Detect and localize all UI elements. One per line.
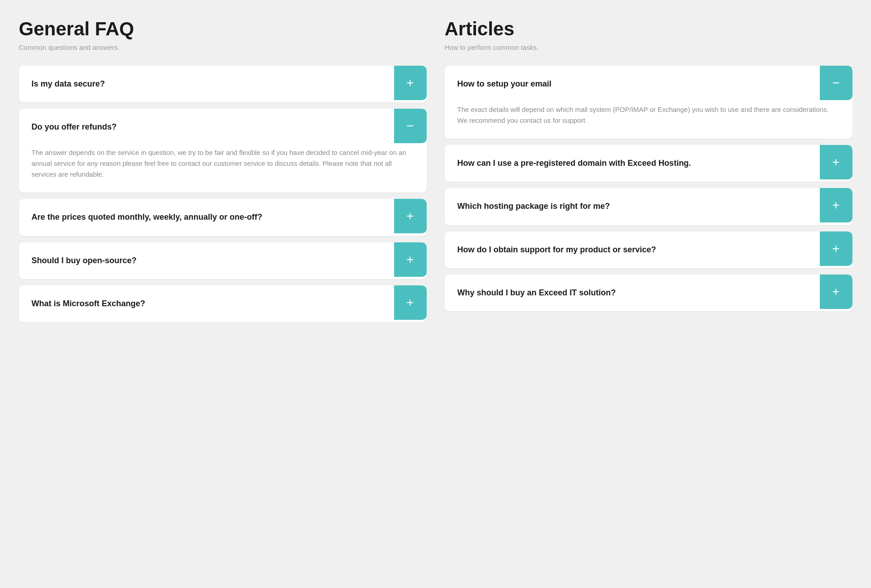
faq-toggle-setup-email[interactable]: − (820, 66, 852, 100)
faq-item-setup-email: How to setup your email−The exact detail… (445, 66, 852, 139)
faq-item-data-secure: Is my data secure?+ (19, 66, 427, 102)
faq-toggle-pre-registered-domain[interactable]: + (820, 145, 852, 179)
plus-icon: + (832, 242, 839, 255)
faq-item-obtain-support: How do I obtain support for my product o… (445, 231, 852, 268)
faq-toggle-exceed-it[interactable]: + (820, 275, 852, 309)
faq-item-prices: Are the prices quoted monthly, weekly, a… (19, 199, 427, 236)
minus-icon: − (406, 120, 414, 132)
faq-question-hosting-package: Which hosting package is right for me? (445, 188, 820, 225)
plus-icon: + (406, 77, 414, 89)
plus-icon: + (832, 156, 839, 169)
faq-header-hosting-package: Which hosting package is right for me?+ (445, 188, 852, 225)
faq-header-refunds: Do you offer refunds?− (19, 109, 427, 145)
faq-title: General FAQ (19, 18, 427, 40)
minus-icon: − (832, 77, 839, 89)
faq-list: Is my data secure?+Do you offer refunds?… (19, 66, 427, 322)
faq-answer-setup-email: The exact details will depend on which m… (445, 102, 852, 139)
faq-item-open-source: Should I buy open-source?+ (19, 242, 427, 279)
faq-header-obtain-support: How do I obtain support for my product o… (445, 231, 852, 268)
faq-header-open-source: Should I buy open-source?+ (19, 242, 427, 279)
faq-question-refunds: Do you offer refunds? (19, 109, 394, 145)
faq-toggle-refunds[interactable]: − (394, 109, 427, 143)
faq-answer-refunds: The answer depends on the service in que… (19, 145, 427, 193)
faq-header-prices: Are the prices quoted monthly, weekly, a… (19, 199, 427, 236)
plus-icon: + (406, 296, 414, 309)
faq-item-refunds: Do you offer refunds?−The answer depends… (19, 109, 427, 193)
plus-icon: + (406, 210, 414, 222)
faq-question-microsoft-exchange: What is Microsoft Exchange? (19, 285, 394, 322)
articles-title: Articles (445, 18, 852, 40)
faq-item-exceed-it: Why should I buy an Exceed IT solution?+ (445, 275, 852, 311)
plus-icon: + (832, 199, 839, 212)
articles-column: Articles How to perform common tasks. Ho… (445, 18, 852, 328)
faq-toggle-microsoft-exchange[interactable]: + (394, 285, 427, 320)
faq-item-microsoft-exchange: What is Microsoft Exchange?+ (19, 285, 427, 322)
articles-subtitle: How to perform common tasks. (445, 43, 852, 51)
faq-toggle-data-secure[interactable]: + (394, 66, 427, 100)
faq-subtitle: Common questions and answers. (19, 43, 427, 51)
faq-header-exceed-it: Why should I buy an Exceed IT solution?+ (445, 275, 852, 311)
faq-item-hosting-package: Which hosting package is right for me?+ (445, 188, 852, 225)
plus-icon: + (406, 253, 414, 266)
faq-question-pre-registered-domain: How can I use a pre-registered domain wi… (445, 145, 820, 182)
faq-header-pre-registered-domain: How can I use a pre-registered domain wi… (445, 145, 852, 182)
faq-header-microsoft-exchange: What is Microsoft Exchange?+ (19, 285, 427, 322)
faq-toggle-open-source[interactable]: + (394, 242, 427, 277)
faq-question-data-secure: Is my data secure? (19, 66, 394, 102)
articles-list: How to setup your email−The exact detail… (445, 66, 852, 311)
faq-header-data-secure: Is my data secure?+ (19, 66, 427, 102)
faq-toggle-obtain-support[interactable]: + (820, 231, 852, 266)
faq-column: General FAQ Common questions and answers… (19, 18, 427, 328)
faq-question-prices: Are the prices quoted monthly, weekly, a… (19, 199, 394, 236)
faq-toggle-hosting-package[interactable]: + (820, 188, 852, 222)
faq-question-setup-email: How to setup your email (445, 66, 820, 102)
faq-question-open-source: Should I buy open-source? (19, 242, 394, 279)
faq-item-pre-registered-domain: How can I use a pre-registered domain wi… (445, 145, 852, 182)
faq-header-setup-email: How to setup your email− (445, 66, 852, 102)
faq-question-obtain-support: How do I obtain support for my product o… (445, 231, 820, 268)
page-container: General FAQ Common questions and answers… (19, 18, 852, 328)
faq-toggle-prices[interactable]: + (394, 199, 427, 233)
plus-icon: + (832, 285, 839, 298)
faq-question-exceed-it: Why should I buy an Exceed IT solution? (445, 275, 820, 311)
